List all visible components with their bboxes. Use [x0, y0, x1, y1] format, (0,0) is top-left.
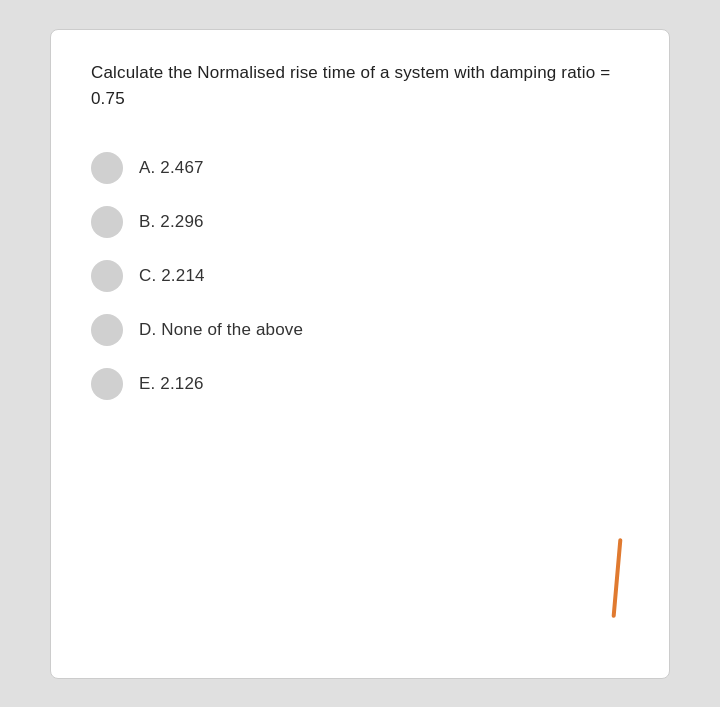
- option-item[interactable]: C. 2.214: [91, 260, 629, 292]
- radio-circle: [91, 152, 123, 184]
- radio-circle: [91, 206, 123, 238]
- option-item[interactable]: B. 2.296: [91, 206, 629, 238]
- question-card: Calculate the Normalised rise time of a …: [50, 29, 670, 679]
- radio-circle: [91, 368, 123, 400]
- option-label: E. 2.126: [139, 374, 204, 394]
- option-label: D. None of the above: [139, 320, 303, 340]
- options-list: A. 2.467B. 2.296C. 2.214D. None of the a…: [91, 152, 629, 400]
- option-label: C. 2.214: [139, 266, 205, 286]
- radio-circle: [91, 260, 123, 292]
- option-item[interactable]: A. 2.467: [91, 152, 629, 184]
- option-item[interactable]: D. None of the above: [91, 314, 629, 346]
- radio-circle: [91, 314, 123, 346]
- question-text: Calculate the Normalised rise time of a …: [91, 60, 629, 113]
- cursor-indicator: [612, 537, 623, 617]
- option-item[interactable]: E. 2.126: [91, 368, 629, 400]
- option-label: B. 2.296: [139, 212, 204, 232]
- option-label: A. 2.467: [139, 158, 204, 178]
